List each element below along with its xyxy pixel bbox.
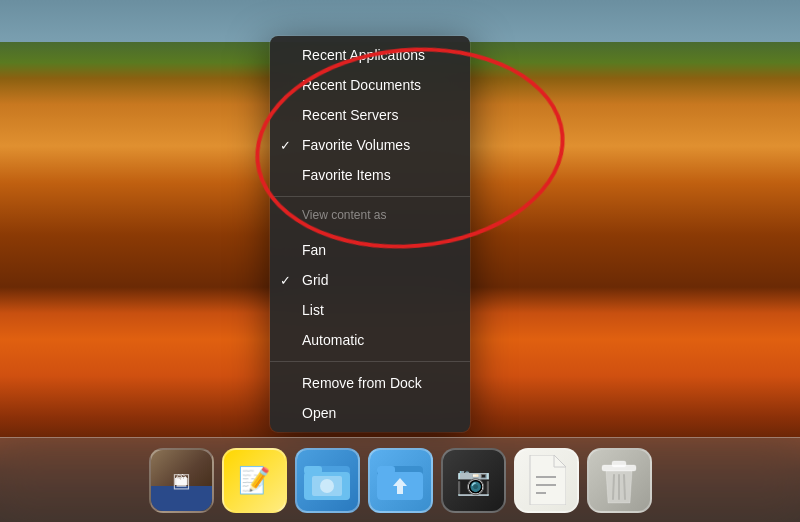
dock-item-downloads[interactable] <box>368 448 433 513</box>
menu-item-recent-documents[interactable]: Recent Documents <box>270 70 470 100</box>
trash-icon <box>598 455 640 505</box>
menu-item-favorite-volumes[interactable]: ✓ Favorite Volumes <box>270 130 470 160</box>
dock-item-photos[interactable]: 🏔 <box>149 448 214 513</box>
menu-section-display-as: Recent Applications Recent Documents Rec… <box>270 36 470 194</box>
menu-item-favorite-items[interactable]: Favorite Items <box>270 160 470 190</box>
file-icon <box>526 455 566 505</box>
dock-item-notes[interactable]: 📝 <box>222 448 287 513</box>
menu-section-view-options: Fan ✓ Grid List Automatic <box>270 231 470 359</box>
dock-item-photo-folder[interactable] <box>295 448 360 513</box>
grid-checkmark-icon: ✓ <box>280 273 291 288</box>
menu-item-view-content-as: View content as <box>270 203 470 227</box>
dock: 🏔 📝 📷 <box>0 437 800 522</box>
dock-item-file[interactable] <box>514 448 579 513</box>
recent-documents-label: Recent Documents <box>302 77 421 93</box>
downloads-folder-icon <box>377 460 423 500</box>
menu-item-automatic[interactable]: Automatic <box>270 325 470 355</box>
favorite-volumes-label: Favorite Volumes <box>302 137 410 153</box>
menu-divider-2 <box>270 361 470 362</box>
remove-from-dock-label: Remove from Dock <box>302 375 422 391</box>
favorite-items-label: Favorite Items <box>302 167 391 183</box>
menu-section-dock-options: Remove from Dock Open <box>270 364 470 432</box>
recent-servers-label: Recent Servers <box>302 107 398 123</box>
menu-section-view-header: View content as <box>270 199 470 231</box>
checkmark-icon: ✓ <box>280 138 291 153</box>
menu-item-fan[interactable]: Fan <box>270 235 470 265</box>
menu-item-list[interactable]: List <box>270 295 470 325</box>
context-menu: Recent Applications Recent Documents Rec… <box>270 36 470 432</box>
photo-icon: 🏔 <box>174 472 188 488</box>
svg-point-4 <box>320 479 334 493</box>
photo-folder-icon <box>304 460 350 500</box>
automatic-label: Automatic <box>302 332 364 348</box>
svg-rect-13 <box>612 461 626 467</box>
menu-item-remove-from-dock[interactable]: Remove from Dock <box>270 368 470 398</box>
grid-label: Grid <box>302 272 328 288</box>
recent-applications-label: Recent Applications <box>302 47 425 63</box>
menu-item-grid[interactable]: ✓ Grid <box>270 265 470 295</box>
list-label: List <box>302 302 324 318</box>
menu-item-open[interactable]: Open <box>270 398 470 428</box>
menu-divider-1 <box>270 196 470 197</box>
menu-item-recent-servers[interactable]: Recent Servers <box>270 100 470 130</box>
svg-line-14 <box>613 475 614 499</box>
notes-icon: 📝 <box>238 467 270 493</box>
view-content-as-label: View content as <box>302 208 387 222</box>
open-label: Open <box>302 405 336 421</box>
menu-item-recent-applications[interactable]: Recent Applications <box>270 40 470 70</box>
porthole-icon: 📷 <box>456 464 491 497</box>
svg-line-16 <box>624 475 625 499</box>
fan-label: Fan <box>302 242 326 258</box>
dock-item-porthole[interactable]: 📷 <box>441 448 506 513</box>
dock-item-trash[interactable] <box>587 448 652 513</box>
